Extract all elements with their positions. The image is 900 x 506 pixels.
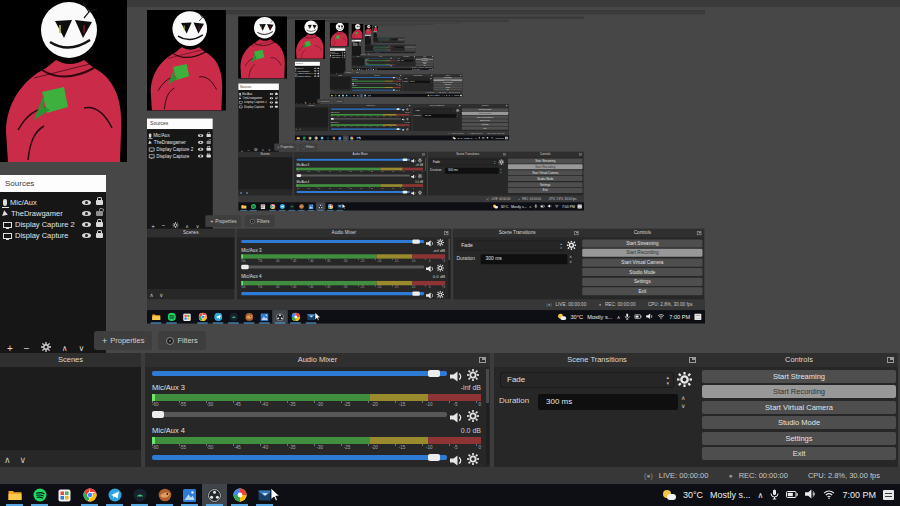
visibility-eye-icon[interactable] xyxy=(198,141,204,144)
start-virtual-camera-button[interactable]: Start Virtual Camera xyxy=(702,401,896,414)
slider-handle[interactable] xyxy=(412,239,419,243)
start-recording-button[interactable]: Start Recording xyxy=(702,385,896,398)
volume-slider-muted[interactable] xyxy=(331,118,401,119)
popout-dock-icon[interactable] xyxy=(887,357,894,363)
source-row-mic-aux[interactable]: Mic/Aux xyxy=(0,197,106,208)
start-recording-button[interactable]: Start Recording xyxy=(582,249,702,257)
weather-temp[interactable]: 30°C xyxy=(570,314,582,320)
notification-center-icon[interactable] xyxy=(578,205,582,209)
obs-studio-icon[interactable] xyxy=(316,202,326,210)
tray-speaker-icon[interactable] xyxy=(646,313,653,320)
popout-dock-icon[interactable] xyxy=(444,231,448,235)
tray-battery-icon[interactable] xyxy=(786,490,798,501)
scene-transitions-header[interactable]: Scene Transitions xyxy=(428,152,507,157)
notification-center-icon[interactable] xyxy=(460,95,462,96)
telegram-icon[interactable] xyxy=(210,310,225,324)
duration-input[interactable]: 300 ms xyxy=(395,47,403,48)
tray-battery-icon[interactable] xyxy=(446,95,448,97)
chrome-alt-icon[interactable] xyxy=(325,202,335,210)
notification-center-icon[interactable] xyxy=(883,490,894,500)
scene-down-button[interactable]: ∨ xyxy=(20,455,27,465)
weather-condition[interactable]: Mostly s... xyxy=(587,314,612,320)
popout-dock-icon[interactable] xyxy=(422,153,425,155)
fox-app-icon[interactable] xyxy=(297,202,307,210)
start-recording-button[interactable]: Start Recording xyxy=(508,164,583,169)
slider-handle[interactable] xyxy=(393,90,395,91)
kraken-icon[interactable] xyxy=(226,310,242,324)
photos-icon[interactable] xyxy=(257,310,273,324)
transition-gear-icon[interactable] xyxy=(677,372,692,391)
chrome-alt-icon[interactable] xyxy=(288,310,304,324)
clock[interactable]: 7:00 PM xyxy=(562,205,575,209)
popout-dock-icon[interactable] xyxy=(400,75,401,76)
start-virtual-camera-button[interactable]: Start Virtual Camera xyxy=(508,170,583,175)
transition-select[interactable]: Fade ▴▾ xyxy=(500,372,674,388)
notification-center-icon[interactable] xyxy=(505,137,508,139)
tray-battery-icon[interactable] xyxy=(482,137,485,140)
volume-slider-muted[interactable] xyxy=(241,265,424,268)
source-row-display-capture-2[interactable]: Display Capture 2 xyxy=(0,219,106,230)
scene-transitions-header[interactable]: Scene Transitions xyxy=(403,75,433,77)
slider-handle[interactable] xyxy=(393,77,395,78)
scenes-list[interactable] xyxy=(351,58,364,66)
transition-select[interactable]: Fade ▴▾ xyxy=(404,77,430,79)
lock-icon[interactable] xyxy=(318,76,320,77)
studio-mode-button[interactable]: Studio Mode xyxy=(508,176,583,181)
telegram-icon[interactable] xyxy=(277,202,287,210)
transition-gear-icon[interactable] xyxy=(567,241,576,253)
slider-handle[interactable] xyxy=(428,370,440,377)
recursive-preview[interactable]: Sources Mic/Aux TheDrawgamer Display Cap… xyxy=(351,24,433,70)
tray-chevron-icon[interactable]: ∧ xyxy=(442,95,443,96)
speaker-icon[interactable] xyxy=(411,173,416,180)
transition-gear-icon[interactable] xyxy=(498,159,504,166)
start-streaming-button[interactable]: Start Streaming xyxy=(702,370,896,383)
recursive-preview[interactable]: Sources Mic/Aux TheDrawgamer Display Cap… xyxy=(295,20,509,141)
transition-select[interactable]: Fade ▴▾ xyxy=(430,159,497,165)
clock[interactable]: 7:00 PM xyxy=(429,69,432,70)
speaker-icon[interactable] xyxy=(426,264,433,275)
file-explorer-icon[interactable] xyxy=(2,484,27,506)
duration-spinner[interactable]: ∧∨ xyxy=(430,81,431,83)
file-explorer-icon[interactable] xyxy=(239,202,249,210)
settings-button[interactable]: Settings xyxy=(462,123,508,126)
tray-speaker-icon[interactable] xyxy=(805,489,816,501)
duration-input[interactable]: 300 ms xyxy=(538,394,678,410)
volume-slider[interactable] xyxy=(297,191,410,193)
volume-slider-muted[interactable] xyxy=(152,412,447,417)
duration-spinner[interactable]: ∧∨ xyxy=(569,254,572,264)
scene-up-button[interactable]: ∧ xyxy=(4,455,11,465)
tray-battery-icon[interactable] xyxy=(540,204,545,208)
exit-button[interactable]: Exit xyxy=(508,188,583,193)
volume-slider-partial[interactable] xyxy=(331,108,401,109)
tray-wifi-icon[interactable] xyxy=(555,204,560,208)
weather-icon[interactable] xyxy=(558,313,566,320)
volume-slider-partial[interactable] xyxy=(297,159,410,161)
scenes-list[interactable] xyxy=(330,77,351,89)
filters-button[interactable]: Filters xyxy=(158,331,205,350)
popout-dock-icon[interactable] xyxy=(579,153,582,155)
filters-button[interactable]: Filters xyxy=(332,99,343,104)
channel-gear-icon[interactable] xyxy=(437,238,444,249)
exit-button[interactable]: Exit xyxy=(462,127,508,130)
volume-slider-partial[interactable] xyxy=(241,240,424,243)
photos-icon[interactable] xyxy=(177,484,202,506)
source-row-display-capture[interactable]: Display Capture xyxy=(365,38,371,39)
duration-spinner[interactable]: ∧∨ xyxy=(457,114,458,118)
slider-handle[interactable] xyxy=(331,118,334,120)
popout-dock-icon[interactable] xyxy=(459,105,461,106)
photos-icon[interactable] xyxy=(306,202,316,210)
telegram-icon[interactable] xyxy=(102,484,127,506)
mixer-scrollbar[interactable] xyxy=(448,239,450,299)
recursive-preview[interactable]: Sources Mic/Aux TheDrawgamer Display Cap… xyxy=(238,16,584,211)
tray-wifi-icon[interactable] xyxy=(491,137,494,140)
popout-dock-icon[interactable] xyxy=(506,105,508,106)
file-explorer-icon[interactable] xyxy=(148,310,164,324)
obs-studio-icon[interactable] xyxy=(202,484,227,506)
settings-button[interactable]: Settings xyxy=(508,182,583,187)
source-row-thedrawgamer[interactable]: TheDrawgamer xyxy=(147,139,213,146)
notification-center-icon[interactable] xyxy=(415,53,416,54)
scene-up-button[interactable]: ∧ xyxy=(240,191,243,195)
tray-speaker-icon[interactable] xyxy=(548,204,552,209)
weather-icon[interactable] xyxy=(403,53,404,54)
properties-button[interactable]: + Properties xyxy=(317,99,331,104)
